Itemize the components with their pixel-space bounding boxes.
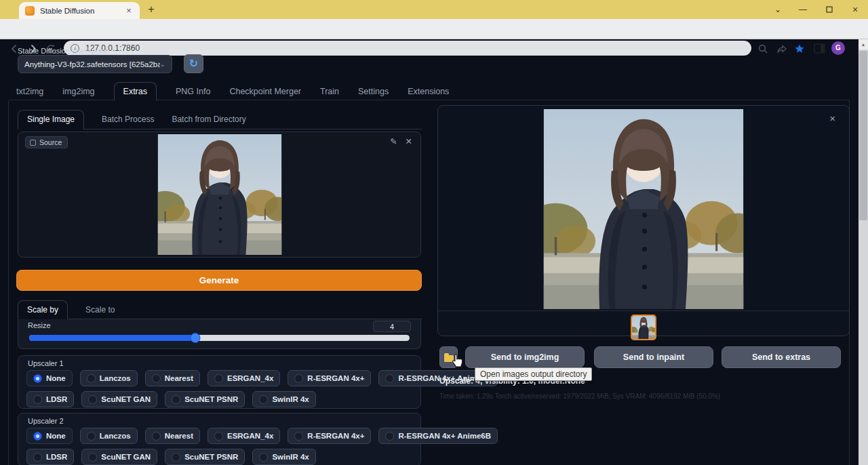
send-to-img2img-button[interactable]: Send to img2img [465,346,585,368]
radio-icon [88,395,97,404]
radio-option-label: R-ESRGAN 4x+ [307,432,364,440]
radio-option-label: ScuNET GAN [101,453,151,461]
slider-thumb[interactable] [191,333,201,343]
upscaler-option-none[interactable]: None [26,428,73,444]
radio-option-label: Nearest [165,374,193,382]
browser-tab[interactable]: Stable Diffusion × [19,2,140,19]
image-icon [30,140,36,146]
tab-search-icon[interactable]: ⌄ [772,3,784,16]
upscaler-1-group: Upscaler 1 NoneLanczosNearestESRGAN_4xR-… [18,355,421,409]
share-icon[interactable] [774,41,789,56]
radio-icon [259,453,268,462]
result-image[interactable] [544,109,744,312]
radio-icon [152,374,161,383]
send-to-inpaint-button[interactable]: Send to inpaint [594,346,713,368]
upscaler-option-ldsr[interactable]: LDSR [26,449,74,465]
memory-footprint-text: Time taken: 1.29s Torch active/reserved:… [439,392,720,400]
radio-option-label: ScuNET PSNR [184,395,238,403]
radio-icon [87,432,96,441]
tab-train[interactable]: Train [320,83,339,100]
scrollbar-up-arrow[interactable]: ▲ [859,39,868,49]
favicon-icon [25,6,35,16]
radio-option-label: SwinIR 4x [272,395,309,403]
radio-option-label: LDSR [46,453,67,461]
upscaler-option-r-esrgan-4x-[interactable]: R-ESRGAN 4x+ [288,428,371,444]
gallery-close-icon[interactable]: × [829,113,835,124]
radio-option-label: Lanczos [100,374,131,382]
tab-txt2img[interactable]: txt2img [16,83,43,100]
source-chip: Source [25,136,68,148]
checkpoint-dropdown[interactable]: Anything-V3-fp32.safetensors [625a2ba2] … [18,55,172,73]
upscaler-option-esrgan-4x[interactable]: ESRGAN_4x [208,370,280,386]
tab-png-info[interactable]: PNG Info [176,83,210,100]
edit-image-icon[interactable]: ✎ [390,136,397,146]
radio-icon [33,453,42,462]
radio-option-label: ScuNET PSNR [184,453,238,461]
upscaler-option-swinir-4x[interactable]: SwinIR 4x [252,449,315,465]
checkpoint-label: Stable Diffusion checkpoint [18,47,108,55]
tab-checkpoint-merger[interactable]: Checkpoint Merger [229,83,301,100]
scrollbar-thumb[interactable] [859,51,867,220]
radio-option-label: ESRGAN_4x [227,432,273,440]
minimize-button[interactable]: — [797,3,809,16]
zoom-icon[interactable] [755,41,770,56]
gallery-divider [438,310,849,311]
upscaler-option-ldsr[interactable]: LDSR [26,391,74,407]
window-close-button[interactable]: × [849,3,861,16]
profile-avatar[interactable]: G [831,41,845,55]
resize-value-input[interactable]: 4 [373,321,411,332]
tab-settings[interactable]: Settings [358,83,389,100]
radio-option-label: ScuNET GAN [101,395,151,403]
radio-icon [152,432,161,441]
browser-toolbar: i 127.0.0.1:7860 G [0,19,868,39]
tab-batch-process[interactable]: Batch Process [102,110,154,129]
gallery-thumbnail-selected[interactable] [631,315,656,340]
upscaler-option-r-esrgan-4x-anime6b[interactable]: R-ESRGAN 4x+ Anime6B [378,428,498,444]
upscaler-option-swinir-4x[interactable]: SwinIR 4x [252,391,315,407]
source-image-dropzone[interactable]: Source ✎ ✕ [18,132,421,258]
upscaler-option-r-esrgan-4x-[interactable]: R-ESRGAN 4x+ [288,370,371,386]
radio-option-label: Lanczos [100,432,131,440]
tab-title: Stable Diffusion [40,7,123,15]
upscaler-option-nearest[interactable]: Nearest [145,428,200,444]
tab-batch-from-directory[interactable]: Batch from Directory [172,110,245,129]
upscaler-option-scunet-gan[interactable]: ScuNET GAN [81,449,157,465]
radio-icon [33,395,42,404]
upscaler-option-scunet-gan[interactable]: ScuNET GAN [81,391,157,407]
main-tab-bar: txt2img img2img Extras PNG Info Checkpoi… [16,81,468,100]
bookmark-star-icon[interactable] [792,41,806,56]
radio-icon [294,374,303,383]
tab-single-image[interactable]: Single Image [18,110,84,129]
radio-option-label: R-ESRGAN 4x+ Anime6B [398,432,491,440]
checkpoint-value: Anything-V3-fp32.safetensors [625a2ba2] [24,60,160,68]
page-scrollbar[interactable]: ▲ [859,39,868,465]
upscaler-option-lanczos[interactable]: Lanczos [80,370,138,386]
tab-extras[interactable]: Extras [114,82,157,101]
resize-slider[interactable] [29,334,410,342]
tab-close-icon[interactable]: × [123,5,134,16]
folder-button-tooltip: Open images output directory [475,367,592,381]
tab-scale-by[interactable]: Scale by [18,300,68,319]
address-bar[interactable]: i 127.0.0.1:7860 [64,41,751,56]
clear-image-icon[interactable]: ✕ [406,136,412,146]
upscaler-option-none[interactable]: None [26,370,73,386]
maximize-button[interactable] [823,3,835,16]
upscaler-option-nearest[interactable]: Nearest [145,370,200,386]
new-tab-button[interactable]: + [145,3,157,16]
result-gallery: × [437,105,850,336]
generate-button[interactable]: Generate [16,270,422,291]
upscaler-option-scunet-psnr[interactable]: ScuNET PSNR [165,391,245,407]
tab-img2img[interactable]: img2img [62,83,94,100]
tab-scale-to[interactable]: Scale to [85,301,115,319]
upscaler-option-esrgan-4x[interactable]: ESRGAN_4x [208,428,280,444]
tab-extensions[interactable]: Extensions [408,83,449,100]
send-to-extras-button[interactable]: Send to extras [722,346,841,368]
upscaler-option-lanczos[interactable]: Lanczos [80,428,138,444]
upscaler-2-group: Upscaler 2 NoneLanczosNearestESRGAN_4xR-… [18,413,421,465]
mode-tab-bar: Single Image Batch Process Batch from Di… [18,109,422,129]
side-panel-icon[interactable] [812,41,827,56]
radio-icon [294,432,303,441]
radio-icon [214,432,223,441]
upscaler-option-scunet-psnr[interactable]: ScuNET PSNR [165,449,245,465]
refresh-checkpoint-button[interactable]: ↻ [184,54,203,73]
